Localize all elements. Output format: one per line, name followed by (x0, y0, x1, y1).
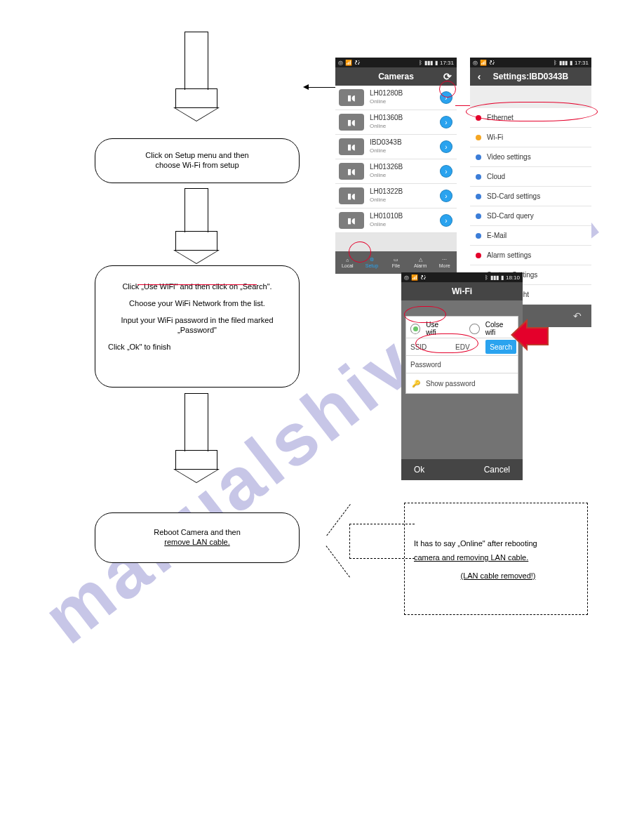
password-row[interactable]: Password (406, 355, 518, 373)
dashed-arrow-left (323, 504, 414, 580)
dashed-l3: (LAN cable removed!) (461, 571, 536, 580)
flow-box-1-l2: choose Wi-Fi from setup (95, 160, 299, 170)
close-wifi-label: Colse wifi (485, 321, 514, 336)
settings-title: Settings:IBD0343B ‹ (470, 67, 591, 86)
camera-status: Online (370, 122, 440, 131)
settings-item-sdcard-query[interactable]: SD-Card query (470, 206, 591, 226)
settings-item-email[interactable]: E-Mail (470, 226, 591, 246)
camera-more-button[interactable]: › (440, 165, 452, 178)
clock: 17:31 (440, 60, 454, 66)
camera-row[interactable]: ▮◖ LH01322B Online › (335, 184, 457, 208)
status-bar: ◎📶🗘 ᛒ▮▮▮▮17:31 (470, 58, 591, 67)
flow-box-3-l1: Reboot Camera and then (95, 513, 299, 537)
camera-list: ▮◖ LH01280B Online › ▮◖ LH01360B Online … (335, 86, 457, 251)
ok-button[interactable]: Ok (414, 465, 424, 475)
phone-cameras: ◎ 📶 🗘 ᛒ ▮▮▮ ▮ 17:31 Cameras ⟳ ▮◖ LH01280… (335, 58, 457, 274)
back-icon[interactable]: ‹ (470, 67, 488, 86)
camera-name: LH01322B (370, 187, 440, 196)
flow-box-2-l3: Input your WiFi password in the filed ma… (95, 315, 299, 325)
battery-icon: ▮ (435, 60, 438, 66)
cameras-title-label: Cameras (378, 72, 414, 81)
camera-name: LH01010B (370, 212, 440, 220)
camera-status: Online (370, 98, 440, 106)
wifi-title-label: Wi-Fi (452, 286, 472, 296)
annotation-big-arrow (511, 319, 550, 351)
flow-box-1-l1: Click on Setup menu and then (95, 139, 299, 160)
dashed-l2: camera and removing LAN cable. (414, 553, 528, 562)
camera-icon: ▮◖ (339, 212, 364, 229)
camera-row[interactable]: ▮◖ IBD0343B Online › (335, 135, 457, 159)
camera-more-button[interactable]: › (440, 140, 452, 153)
wifi-title: Wi-Fi (401, 282, 523, 300)
pointer-to-cameras (303, 84, 338, 91)
wifi-icon: 📶 (345, 60, 352, 66)
camera-icon: ▮◖ (339, 114, 364, 131)
signal-icon: ▮▮▮ (424, 60, 433, 66)
camera-more-button[interactable]: › (440, 116, 452, 128)
flow-box-2-l5: Click „Ok" to finish (95, 342, 299, 352)
key-icon: 🔑 (410, 378, 422, 389)
camera-icon: ▮◖ (339, 138, 364, 155)
camera-row[interactable]: ▮◖ LH01010B Online › (335, 208, 457, 233)
bt-icon: ᛒ (419, 60, 422, 66)
settings-title-label: Settings:IBD0343B (493, 72, 568, 81)
sync-icon: 🗘 (354, 60, 360, 66)
flow-arrow-1 (173, 32, 220, 116)
camera-more-button[interactable]: › (440, 190, 452, 202)
show-password-label: Show password (426, 380, 476, 388)
annotation-ellipse-usewifi (404, 306, 446, 323)
flow-box-2: Click „Use WiFi" and then click on „Sear… (95, 265, 300, 388)
password-label: Password (410, 361, 452, 369)
settings-item-wifi[interactable]: Wi-Fi (470, 128, 591, 147)
flow-box-3: Reboot Camera and then remove LAN cable. (95, 512, 300, 563)
settings-item-alarm[interactable]: Alarm settings (470, 246, 591, 265)
radio-use-wifi[interactable] (410, 324, 420, 334)
settings-item-sdcard-settings[interactable]: SD-Card settings (470, 187, 591, 206)
camera-status: Online (370, 171, 440, 180)
camera-name: LH01360B (370, 114, 440, 122)
camera-row[interactable]: ▮◖ LH01326B Online › (335, 159, 457, 184)
camera-name: LH01280B (370, 89, 440, 98)
radio-close-wifi[interactable] (469, 324, 479, 334)
flow-arrow-3 (173, 393, 220, 477)
camera-icon: ▮◖ (339, 187, 364, 204)
camera-icon: ▮◖ (339, 89, 364, 106)
camera-status: Online (370, 220, 440, 229)
camera-status: Online (370, 196, 440, 204)
annotation-ellipse-password (415, 333, 478, 353)
phone-wifi: ◎📶🗘 ᛒ▮▮▮▮18:10 Wi-Fi Use wifi Colse wifi… (401, 272, 523, 480)
tab-file[interactable]: ▭File (384, 251, 408, 274)
flow-box-2-l1: Click „Use WiFi" and then click on „Sear… (95, 282, 299, 291)
flow-box-2-l4: „Password" (95, 325, 299, 335)
flow-box-2-l2: Choose your WiFi Network from the list. (95, 298, 299, 308)
camera-status: Online (370, 147, 440, 155)
camera-name: IBD0343B (370, 138, 440, 147)
flow-box-3-l2: remove LAN cable. (164, 538, 230, 546)
camera-icon: ▮◖ (339, 163, 364, 180)
status-icon: ◎ (338, 60, 343, 66)
camera-more-button[interactable]: › (440, 214, 452, 227)
status-bar: ◎ 📶 🗘 ᛒ ▮▮▮ ▮ 17:31 (335, 58, 457, 67)
status-bar: ◎📶🗘 ᛒ▮▮▮▮18:10 (401, 272, 523, 282)
settings-item-cloud[interactable]: Cloud (470, 167, 591, 187)
flow-box-1: Click on Setup menu and then choose Wi-F… (95, 138, 300, 183)
return-icon[interactable]: ↶ (573, 310, 582, 322)
dashed-l1: It has to say „Online" after rebooting (414, 539, 537, 548)
annotation-ellipse-wifi (466, 102, 598, 121)
tab-more[interactable]: ⋯More (432, 251, 457, 274)
annotation-redline (137, 284, 257, 285)
camera-row[interactable]: ▮◖ LH01360B Online › (335, 110, 457, 135)
camera-name: LH01326B (370, 163, 440, 171)
cameras-title: Cameras ⟳ (335, 67, 457, 86)
annotation-circle-setup (349, 241, 371, 263)
tab-alarm[interactable]: △Alarm (408, 251, 433, 274)
cancel-button[interactable]: Cancel (484, 465, 510, 475)
wifi-panel: Use wifi Colse wifi SSID EDV Search Pass… (405, 316, 518, 394)
show-password-row[interactable]: 🔑 Show password (406, 373, 518, 393)
annotation-circle-more (439, 81, 456, 98)
dashed-text: It has to say „Online" after rebooting c… (414, 536, 582, 583)
settings-item-video[interactable]: Video settings (470, 147, 591, 167)
flow-arrow-2 (173, 188, 220, 258)
